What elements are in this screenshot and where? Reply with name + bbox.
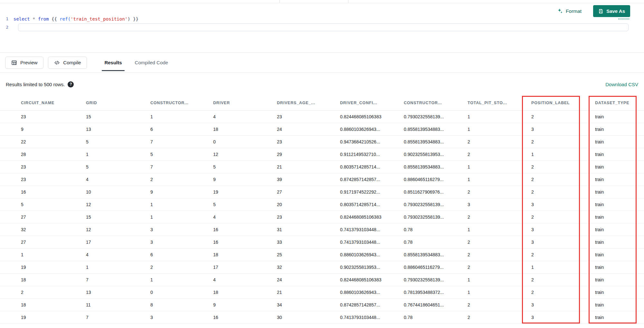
table-cell: 0.8860465116279... (383, 261, 447, 273)
sql-star: * (33, 16, 35, 22)
tab-compiled-code-label: Compiled Code (135, 60, 168, 65)
table-cell: 0.8860103626943... (319, 123, 383, 135)
active-line-highlight[interactable] (18, 23, 629, 31)
table-cell: train (574, 123, 644, 135)
table-cell: 5 (192, 160, 256, 173)
table-cell: 16 (192, 311, 256, 323)
table-cell: 2 (447, 248, 510, 261)
table-cell: 7 (65, 311, 129, 323)
paren-close: ) (128, 16, 130, 22)
table-cell: 2 (510, 273, 574, 286)
table-cell: 2 (447, 186, 510, 198)
preview-button[interactable]: Preview (5, 57, 43, 69)
table-cell: 5 (0, 198, 65, 211)
table-cell: 2 (510, 248, 574, 261)
table-cell: 0.7413793103448... (319, 223, 383, 236)
results-table: CIRCUIT_NAMEGRIDCONSTRUCTOR...DRIVERDRIV… (0, 96, 644, 324)
table-cell: 18 (192, 123, 256, 135)
compile-button[interactable]: Compile (48, 57, 87, 69)
table-cell: 0.7413793103448... (319, 236, 383, 248)
table-cell: 23 (256, 211, 319, 223)
table-cell: 21 (256, 286, 319, 298)
table-cell: 13 (65, 286, 129, 298)
table-cell: 0.8860465116279... (383, 173, 447, 186)
table-cell: 0.7930232558139... (383, 198, 447, 211)
table-cell: 1 (447, 223, 510, 236)
help-icon[interactable]: ? (68, 81, 74, 87)
table-cell: 7 (65, 273, 129, 286)
sql-editor[interactable]: Format Save As 1 select * from {{ ref('t… (0, 3, 644, 53)
table-row: 191217320.9023255813953...0.886046511627… (0, 261, 644, 273)
table-cell: 0.7930232558139... (383, 211, 447, 223)
tab-compiled-code[interactable]: Compiled Code (128, 53, 175, 72)
table-cell: train (574, 110, 644, 123)
table-cell: 0.8035714285714... (319, 198, 383, 211)
table-cell: train (574, 223, 644, 236)
table-row: 23575210.8035714285714...0.8558139534883… (0, 160, 644, 173)
code-line-1[interactable]: 1 select * from {{ ref('train_test_posit… (0, 15, 644, 23)
table-cell: 18 (0, 298, 65, 311)
table-cell: 0.9023255813953... (383, 148, 447, 160)
save-icon (598, 9, 603, 14)
table-cell: train (574, 160, 644, 173)
table-cell: 0.9473684210526... (319, 135, 383, 148)
table-cell: 1 (447, 286, 510, 298)
table-cell: 29 (256, 148, 319, 160)
table-row: 271514230.8244680851063830.7930232558139… (0, 211, 644, 223)
table-cell: 9 (129, 186, 192, 198)
ref-function: ref( (60, 16, 71, 22)
table-cell: 9 (192, 298, 256, 311)
table-cell: 30 (256, 311, 319, 323)
table-cell: 2 (510, 186, 574, 198)
table-cell: 19 (192, 186, 256, 198)
table-header-row: CIRCUIT_NAMEGRIDCONSTRUCTOR...DRIVERDRIV… (0, 96, 644, 110)
table-cell: train (574, 261, 644, 273)
jinja-close: }} (133, 16, 138, 22)
table-cell: 2 (510, 160, 574, 173)
save-as-button[interactable]: Save As (593, 5, 630, 17)
table-cell: 1 (129, 198, 192, 211)
table-cell: 0.7813953488372... (383, 286, 447, 298)
table-cell: 16 (0, 186, 65, 198)
table-cell: 0.824468085106383 (319, 211, 383, 223)
table-cell: 1 (447, 123, 510, 135)
table-cell: 1 (447, 160, 510, 173)
table-cell: train (574, 311, 644, 323)
unsaved-changes-indicator (618, 19, 629, 19)
code-area[interactable]: 1 select * from {{ ref('train_test_posit… (0, 3, 644, 32)
table-cell: 8 (129, 298, 192, 311)
code-line-2[interactable]: 2 (0, 23, 644, 32)
table-cell: 28 (0, 148, 65, 160)
table-cell: 25 (256, 248, 319, 261)
results-table-wrap: CIRCUIT_NAMEGRIDCONSTRUCTOR...DRIVERDRIV… (0, 96, 644, 324)
table-cell: train (574, 286, 644, 298)
table-cell: 1 (129, 211, 192, 223)
results-tabs: Results Compiled Code (98, 53, 175, 72)
table-cell: 0.8035714285714... (319, 160, 383, 173)
column-header: DATASET_TYPE (574, 96, 644, 110)
table-cell: 0 (192, 135, 256, 148)
table-cell: 0.78 (383, 311, 447, 323)
table-cell: 11 (65, 298, 129, 311)
table-cell: 2 (447, 135, 510, 148)
table-cell: 31 (256, 223, 319, 236)
table-cell: 12 (65, 223, 129, 236)
table-cell: 16 (192, 223, 256, 236)
tab-results[interactable]: Results (98, 53, 128, 72)
table-cell: 17 (192, 261, 256, 273)
table-cell: 7 (129, 135, 192, 148)
table-cell: 2 (510, 110, 574, 123)
table-cell: 12 (65, 198, 129, 211)
file-tab-notch[interactable] (279, 0, 348, 3)
format-button[interactable]: Format (557, 8, 582, 14)
column-header: POSITION_LABEL (510, 96, 574, 110)
table-cell: 13 (65, 123, 129, 135)
table-cell: 23 (0, 173, 65, 186)
table-cell: 4 (192, 110, 256, 123)
table-cell: 0.8742857142857... (319, 173, 383, 186)
table-row: 3212316310.7413793103448...0.7813train (0, 223, 644, 236)
column-header: CONSTRUCTOR... (383, 96, 447, 110)
table-cell: 1 (65, 148, 129, 160)
download-csv-link[interactable]: Download CSV (605, 82, 638, 87)
column-header: GRID (65, 96, 129, 110)
